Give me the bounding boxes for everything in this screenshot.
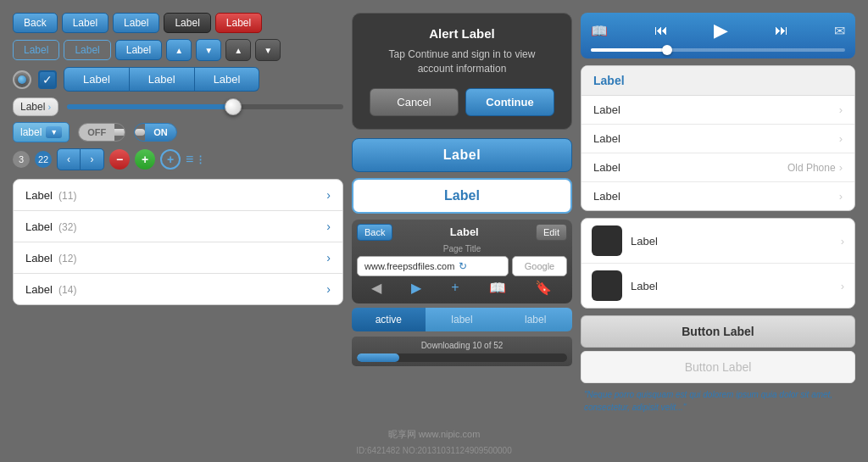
toggle-off-label: OFF — [79, 124, 114, 141]
seg-btn-3[interactable]: Label — [195, 67, 260, 92]
alert-description: Tap Continue and sign in to view account… — [370, 47, 554, 76]
tab-bar: active label label — [352, 308, 572, 331]
label-blue-btn[interactable]: Label — [115, 40, 162, 60]
media-progress-thumb[interactable] — [662, 45, 672, 55]
refresh-icon[interactable]: ↻ — [459, 260, 467, 272]
center-label-button-filled[interactable]: Label — [352, 138, 572, 172]
label-button-dark[interactable]: Label — [164, 13, 210, 33]
list-icon[interactable]: ≡ — [186, 152, 193, 167]
browser-edit-button[interactable]: Edit — [536, 224, 567, 241]
browser-nav-add[interactable]: + — [451, 280, 459, 295]
toggle-on-label: ON — [145, 124, 176, 141]
media-play-button[interactable]: ▶ — [714, 19, 728, 42]
toggle-on[interactable]: ON — [134, 123, 177, 142]
label-outline-1[interactable]: Label — [13, 40, 59, 60]
toggle-on-knob — [135, 129, 145, 136]
label-arrow-btn[interactable]: Label › — [13, 97, 58, 116]
browser-back-button[interactable]: Back — [357, 224, 392, 241]
progress-container: Downloading 10 of 52 — [352, 337, 572, 366]
settings-chevron-4: › — [839, 190, 843, 203]
toggle-off[interactable]: OFF — [78, 123, 125, 142]
thumb-chevron-2: › — [841, 280, 844, 292]
bottom-disabled-button: Button Label — [581, 351, 855, 383]
settings-item-2[interactable]: Label › — [581, 125, 854, 153]
radio-button[interactable] — [13, 70, 31, 89]
media-player: 📖 ⏮ ▶ ⏭ ✉ — [581, 13, 855, 58]
arrow-up-2[interactable]: ▲ — [225, 39, 251, 61]
browser-nav-forward[interactable]: ▶ — [411, 280, 421, 296]
dropdown-select[interactable]: label ▼ — [13, 122, 70, 142]
label-button-1[interactable]: Label — [62, 13, 108, 33]
alert-cancel-button[interactable]: Cancel — [370, 88, 459, 116]
browser-bar: Back Label Edit Page Title www.freepsdfi… — [352, 220, 572, 303]
thumb-item-1[interactable]: Label › — [581, 219, 854, 264]
book-icon[interactable]: 📖 — [591, 23, 608, 39]
brand-id: ID:6421482 NO:20131031124909500000 — [356, 446, 512, 455]
settings-item-label-2: Label — [593, 132, 620, 145]
list-icon-2[interactable]: ⁝ — [198, 152, 203, 168]
quote-text: "Neque porro quisquam est qui dolorem ip… — [581, 388, 855, 414]
slider-thumb[interactable] — [225, 98, 242, 115]
settings-chevron-3: › — [839, 161, 843, 174]
thumb-item-2[interactable]: Label › — [581, 264, 854, 308]
browser-url-row: www.freepsdfiles.com ↻ Google — [357, 256, 567, 276]
settings-header-label: Label — [593, 74, 625, 87]
browser-nav-book[interactable]: 📖 — [489, 280, 506, 296]
media-progress-fill — [591, 48, 667, 52]
alert-dialog: Alert Label Tap Continue and sign in to … — [352, 13, 572, 130]
mail-icon[interactable]: ✉ — [834, 23, 845, 39]
progress-label: Downloading 10 of 52 — [357, 341, 567, 350]
progress-track — [357, 353, 567, 362]
media-prev-button[interactable]: ⏮ — [654, 23, 668, 38]
back-button[interactable]: Back — [13, 13, 58, 33]
list-chevron-1: › — [326, 188, 331, 202]
label-button-red[interactable]: Label — [215, 13, 262, 33]
minus-button[interactable]: − — [109, 149, 130, 170]
media-next-button[interactable]: ⏭ — [775, 23, 788, 38]
bottom-primary-button[interactable]: Button Label — [581, 315, 855, 348]
arrow-down-2[interactable]: ▼ — [255, 39, 281, 61]
center-label-button-outline[interactable]: Label — [352, 178, 572, 214]
segmented-control: Label Label Label — [64, 67, 259, 92]
checkbox[interactable]: ✓ — [38, 70, 57, 89]
settings-chevron-2: › — [839, 132, 843, 145]
browser-google[interactable]: Google — [512, 256, 567, 276]
seg-btn-1[interactable]: Label — [64, 67, 130, 92]
stepper-prev-btn[interactable]: ‹ — [57, 148, 81, 170]
arrow-up-1[interactable]: ▲ — [166, 39, 192, 61]
list-item[interactable]: Label (14) › — [14, 274, 342, 304]
thumb-chevron-1: › — [841, 235, 844, 248]
alert-continue-button[interactable]: Continue — [465, 88, 554, 116]
radio-inner — [18, 75, 26, 84]
slider-track[interactable] — [67, 104, 343, 109]
label-outline-2[interactable]: Label — [64, 40, 110, 60]
dropdown-label: label — [20, 126, 42, 138]
arrow-down-1[interactable]: ▼ — [196, 39, 221, 61]
list-item[interactable]: Label (32) › — [14, 211, 342, 242]
settings-item-3[interactable]: Label Old Phone › — [581, 153, 854, 182]
list-chevron-4: › — [326, 282, 331, 296]
settings-item-value-3: Old Phone — [787, 162, 836, 174]
seg-btn-2[interactable]: Label — [130, 67, 195, 92]
browser-nav-share[interactable]: 🔖 — [535, 280, 552, 296]
settings-chevron-1: › — [839, 103, 843, 116]
plus-circle-button[interactable]: + — [135, 149, 155, 170]
tab-label-1[interactable]: label — [426, 308, 499, 331]
browser-nav-row: ◀ ▶ + 📖 🔖 — [357, 276, 567, 299]
label-arrow-text: Label — [20, 101, 45, 113]
list-item[interactable]: Label (11) › — [14, 180, 342, 211]
settings-item-1[interactable]: Label › — [581, 96, 854, 125]
browser-url-input[interactable]: www.freepsdfiles.com ↻ — [357, 256, 509, 276]
settings-list: Label Label › Label › Label Old Phone › … — [581, 65, 855, 211]
tab-active[interactable]: active — [352, 308, 426, 331]
label-button-2[interactable]: Label — [113, 13, 159, 33]
tab-label-2[interactable]: label — [498, 308, 572, 331]
settings-item-label-1: Label — [593, 103, 620, 116]
browser-nav-back[interactable]: ◀ — [371, 280, 381, 296]
list-item[interactable]: Label (12) › — [14, 242, 342, 274]
stepper-next-btn[interactable]: › — [81, 148, 104, 170]
add-button[interactable]: + — [160, 149, 181, 170]
table-list: Label (11) › Label (32) › Label (12) › L… — [13, 179, 343, 305]
settings-item-4[interactable]: Label › — [581, 182, 854, 210]
media-progress-bar[interactable] — [591, 48, 845, 52]
